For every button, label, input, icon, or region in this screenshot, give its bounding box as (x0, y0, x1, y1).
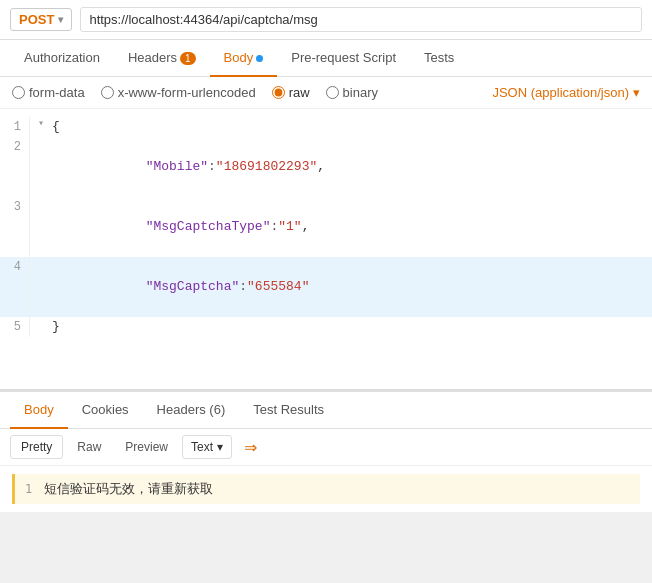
json-type-selector[interactable]: JSON (application/json) ▾ (492, 85, 640, 100)
json-key-3: "MsgCaptchaType" (114, 219, 270, 234)
json-type-chevron: ▾ (633, 85, 640, 100)
tab-pre-request[interactable]: Pre-request Script (277, 40, 410, 77)
radio-raw[interactable]: raw (272, 85, 310, 100)
response-panel: Body Cookies Headers (6) Test Results Pr… (0, 391, 652, 512)
response-line-num: 1 (25, 482, 32, 496)
code-content-2: "Mobile":"18691802293", (52, 137, 652, 197)
code-line-2: 2 "Mobile":"18691802293", (0, 137, 652, 197)
text-dropdown[interactable]: Text ▾ (182, 435, 232, 459)
tab-tests[interactable]: Tests (410, 40, 468, 77)
text-chevron: ▾ (217, 440, 223, 454)
body-toolbar: form-data x-www-form-urlencoded raw bina… (0, 77, 652, 109)
line-num-5: 5 (0, 317, 30, 337)
wrap-icon[interactable]: ⇒ (244, 438, 257, 457)
json-key-2: "Mobile" (114, 159, 208, 174)
code-line-5: 5 } (0, 317, 652, 337)
preview-button[interactable]: Preview (115, 436, 178, 458)
response-row-1: 1 短信验证码无效，请重新获取 (12, 474, 640, 504)
code-content-5: } (52, 317, 652, 337)
headers-badge: 1 (180, 52, 196, 65)
code-line-1: 1 ▾ { (0, 117, 652, 137)
tab-headers[interactable]: Headers1 (114, 40, 210, 77)
code-content-4: "MsgCaptcha":"655584" (52, 257, 652, 317)
line-toggle-3 (38, 197, 50, 257)
tab-body[interactable]: Body (210, 40, 278, 77)
radio-form-data[interactable]: form-data (12, 85, 85, 100)
response-tab-cookies[interactable]: Cookies (68, 392, 143, 429)
line-toggle-4 (38, 257, 50, 317)
request-tab-bar: Authorization Headers1 Body Pre-request … (0, 40, 652, 77)
line-num-3: 3 (0, 197, 30, 257)
line-num-2: 2 (0, 137, 30, 197)
line-toggle-5 (38, 317, 50, 337)
code-editor[interactable]: 1 ▾ { 2 "Mobile":"18691802293", 3 "MsgCa… (0, 109, 652, 389)
pretty-button[interactable]: Pretty (10, 435, 63, 459)
line-toggle-1[interactable]: ▾ (38, 117, 50, 137)
method-label: POST (19, 12, 54, 27)
response-tab-bar: Body Cookies Headers (6) Test Results (0, 392, 652, 429)
method-selector[interactable]: POST ▾ (10, 8, 72, 31)
code-line-3: 3 "MsgCaptchaType":"1", (0, 197, 652, 257)
body-dot (256, 55, 263, 62)
response-tab-headers[interactable]: Headers (6) (143, 392, 240, 429)
radio-urlencoded[interactable]: x-www-form-urlencoded (101, 85, 256, 100)
response-tab-test-results[interactable]: Test Results (239, 392, 338, 429)
line-num-1: 1 (0, 117, 30, 137)
tab-authorization[interactable]: Authorization (10, 40, 114, 77)
json-value-3: "1" (278, 219, 301, 234)
raw-button[interactable]: Raw (67, 436, 111, 458)
code-line-4: 4 "MsgCaptcha":"655584" (0, 257, 652, 317)
text-label: Text (191, 440, 213, 454)
response-text: 短信验证码无效，请重新获取 (44, 480, 213, 498)
json-value-2: "18691802293" (216, 159, 317, 174)
method-chevron: ▾ (58, 14, 63, 25)
code-content-1: { (52, 117, 652, 137)
json-key-4: "MsgCaptcha" (114, 279, 239, 294)
code-content-3: "MsgCaptchaType":"1", (52, 197, 652, 257)
json-value-4: "655584" (247, 279, 309, 294)
request-panel: Authorization Headers1 Body Pre-request … (0, 40, 652, 391)
url-bar: POST ▾ (0, 0, 652, 40)
response-content: 1 短信验证码无效，请重新获取 (0, 466, 652, 512)
line-num-4: 4 (0, 257, 30, 317)
response-toolbar: Pretty Raw Preview Text ▾ ⇒ (0, 429, 652, 466)
radio-binary[interactable]: binary (326, 85, 378, 100)
url-input[interactable] (80, 7, 642, 32)
response-tab-body[interactable]: Body (10, 392, 68, 429)
line-toggle-2 (38, 137, 50, 197)
